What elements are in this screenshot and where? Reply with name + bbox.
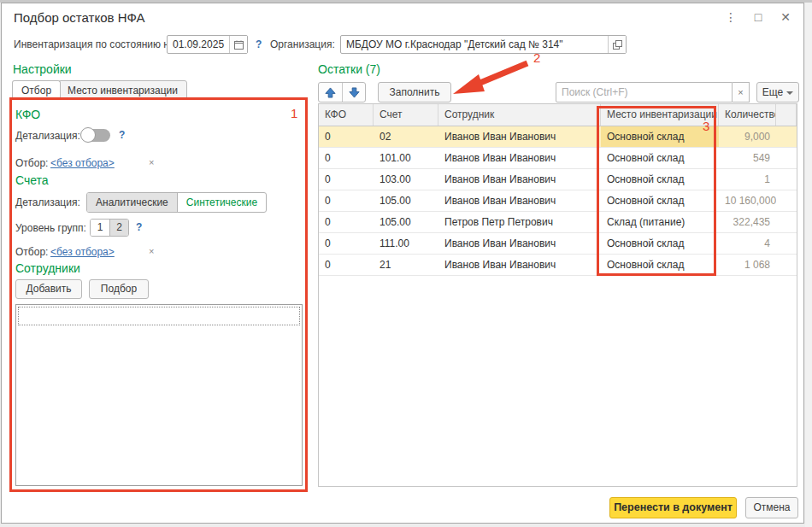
segment-synthetic[interactable]: Синтетические bbox=[178, 193, 266, 212]
accounts-filter-clear-icon[interactable]: × bbox=[149, 246, 154, 256]
table-row[interactable]: 0105.00Петров Петр ПетровичСклад (питани… bbox=[319, 212, 797, 233]
cell-account[interactable]: 02 bbox=[374, 126, 438, 147]
accounts-filter-label: Отбор: bbox=[15, 246, 48, 258]
cancel-button[interactable]: Отмена bbox=[745, 497, 798, 518]
cell-qty[interactable]: 4 bbox=[719, 233, 776, 254]
cell-account[interactable]: 21 bbox=[374, 255, 438, 275]
cell-filler bbox=[776, 212, 797, 232]
accounts-filter-link[interactable]: <без отбора> bbox=[50, 246, 115, 258]
balances-table: КФО Счет Сотрудник Место инвентаризации … bbox=[318, 103, 797, 487]
close-icon[interactable]: ✕ bbox=[776, 9, 795, 26]
column-header-filler bbox=[776, 104, 797, 126]
cell-account[interactable]: 111.00 bbox=[374, 233, 438, 254]
toggle-knob bbox=[80, 127, 96, 143]
org-label: Организация: bbox=[270, 38, 335, 50]
calendar-icon[interactable] bbox=[229, 36, 247, 53]
fill-button[interactable]: Заполнить bbox=[378, 82, 451, 102]
cell-place[interactable]: Основной склад bbox=[601, 126, 719, 147]
table-row[interactable]: 0101.00Иванов Иван ИвановичОсновной скла… bbox=[319, 148, 797, 169]
cell-kfo[interactable]: 0 bbox=[319, 190, 374, 211]
employees-list[interactable] bbox=[15, 304, 303, 486]
annotation-arrow-2 bbox=[446, 50, 540, 102]
move-up-icon[interactable] bbox=[319, 83, 342, 102]
cell-qty[interactable]: 549 bbox=[719, 148, 776, 168]
cell-account[interactable]: 105.00 bbox=[374, 212, 438, 232]
tab-mesto-inventarizatsii[interactable]: Место инвентаризации bbox=[58, 80, 187, 100]
kfo-filter-link[interactable]: <без отбора> bbox=[50, 157, 115, 169]
cell-place[interactable]: Основной склад bbox=[601, 190, 719, 211]
maximize-icon[interactable]: □ bbox=[749, 9, 768, 26]
date-value[interactable]: 01.09.2025 bbox=[168, 38, 229, 50]
pick-button[interactable]: Подбор bbox=[89, 279, 149, 299]
cell-kfo[interactable]: 0 bbox=[319, 233, 374, 254]
cell-place[interactable]: Основной склад bbox=[601, 169, 719, 190]
kfo-detail-toggle[interactable] bbox=[81, 129, 110, 142]
cell-qty[interactable]: 9,000 bbox=[719, 126, 776, 147]
cell-kfo[interactable]: 0 bbox=[319, 169, 374, 190]
cell-employee[interactable]: Иванов Иван Иванович bbox=[438, 233, 601, 254]
cell-place[interactable]: Основной склад bbox=[601, 255, 719, 275]
background-strip bbox=[805, 3, 812, 527]
search-area: × bbox=[556, 82, 750, 102]
group-level-selector: 1 2 bbox=[90, 219, 129, 237]
cell-employee[interactable]: Иванов Иван Иванович bbox=[438, 169, 601, 190]
kfo-filter-clear-icon[interactable]: × bbox=[149, 157, 154, 167]
column-header-quantity[interactable]: Количество bbox=[719, 104, 776, 126]
cell-account[interactable]: 101.00 bbox=[374, 148, 438, 168]
date-field[interactable]: 01.09.2025 bbox=[167, 35, 248, 54]
cell-kfo[interactable]: 0 bbox=[319, 255, 374, 275]
cell-employee[interactable]: Иванов Иван Иванович bbox=[438, 148, 601, 168]
column-header-employee[interactable]: Сотрудник bbox=[438, 104, 601, 126]
cell-account[interactable]: 103.00 bbox=[374, 169, 438, 190]
cell-place[interactable]: Основной склад bbox=[601, 233, 719, 254]
more-button[interactable]: Еще bbox=[756, 82, 799, 102]
group-level-1[interactable]: 1 bbox=[91, 220, 109, 236]
balances-table-header: КФО Счет Сотрудник Место инвентаризации … bbox=[319, 104, 797, 126]
org-field[interactable]: МБДОУ МО г.Краснодар "Детский сад № 314" bbox=[340, 35, 627, 54]
cell-qty[interactable]: 1 068 bbox=[719, 255, 776, 275]
kfo-help-icon[interactable]: ? bbox=[119, 129, 125, 141]
cell-employee[interactable]: Иванов Иван Иванович bbox=[438, 190, 601, 211]
group-level-2[interactable]: 2 bbox=[109, 220, 128, 236]
cell-employee[interactable]: Иванов Иван Иванович bbox=[438, 255, 601, 275]
search-clear-icon[interactable]: × bbox=[733, 82, 750, 102]
cell-place[interactable]: Основной склад bbox=[601, 148, 719, 168]
menu-icon[interactable]: ⋮ bbox=[721, 9, 740, 26]
org-value[interactable]: МБДОУ МО г.Краснодар "Детский сад № 314" bbox=[341, 38, 608, 50]
cell-kfo[interactable]: 0 bbox=[319, 126, 374, 147]
table-row[interactable]: 002Иванов Иван ИвановичОсновной склад9,0… bbox=[319, 126, 797, 148]
balances-title: Остатки (7) bbox=[318, 62, 380, 76]
cell-qty[interactable]: 322,435 bbox=[719, 212, 776, 232]
column-header-account[interactable]: Счет bbox=[374, 104, 438, 126]
transfer-to-document-button[interactable]: Перенести в документ bbox=[609, 497, 737, 518]
tab-otbor[interactable]: Отбор bbox=[12, 80, 61, 100]
cell-kfo[interactable]: 0 bbox=[319, 148, 374, 168]
table-row[interactable]: 0105.00Иванов Иван ИвановичОсновной скла… bbox=[319, 190, 797, 212]
dialog-window: Подбор остатков НФА ⋮ □ ✕ Инвентаризация… bbox=[1, 3, 804, 524]
kfo-filter-label: Отбор: bbox=[15, 157, 48, 169]
cell-qty[interactable]: 1 bbox=[719, 169, 776, 190]
column-header-kfo[interactable]: КФО bbox=[319, 104, 374, 126]
cell-employee[interactable]: Иванов Иван Иванович bbox=[438, 126, 601, 147]
table-row[interactable]: 021Иванов Иван ИвановичОсновной склад1 0… bbox=[319, 255, 797, 276]
group-level-help-icon[interactable]: ? bbox=[136, 221, 142, 233]
employees-list-focus-row[interactable] bbox=[18, 307, 300, 325]
segment-analytical[interactable]: Аналитические bbox=[87, 193, 178, 212]
cell-account[interactable]: 105.00 bbox=[374, 190, 438, 211]
search-input[interactable] bbox=[556, 82, 733, 102]
date-help-icon[interactable]: ? bbox=[256, 38, 262, 50]
balances-table-body: 002Иванов Иван ИвановичОсновной склад9,0… bbox=[319, 126, 797, 276]
cell-qty[interactable]: 10 160,000 bbox=[719, 190, 776, 211]
cell-place[interactable]: Склад (питание) bbox=[601, 212, 719, 232]
open-link-icon[interactable] bbox=[608, 36, 626, 53]
chevron-down-icon bbox=[786, 91, 793, 95]
cell-employee[interactable]: Петров Петр Петрович bbox=[438, 212, 601, 232]
column-header-place[interactable]: Место инвентаризации bbox=[601, 104, 719, 126]
cell-kfo[interactable]: 0 bbox=[319, 212, 374, 232]
table-row[interactable]: 0111.00Иванов Иван ИвановичОсновной скла… bbox=[319, 233, 797, 255]
table-row[interactable]: 0103.00Иванов Иван ИвановичОсновной скла… bbox=[319, 169, 797, 190]
page-title: Подбор остатков НФА bbox=[14, 10, 145, 25]
move-down-icon[interactable] bbox=[342, 83, 365, 102]
window-controls: ⋮ □ ✕ bbox=[721, 9, 795, 26]
add-button[interactable]: Добавить bbox=[15, 279, 82, 299]
